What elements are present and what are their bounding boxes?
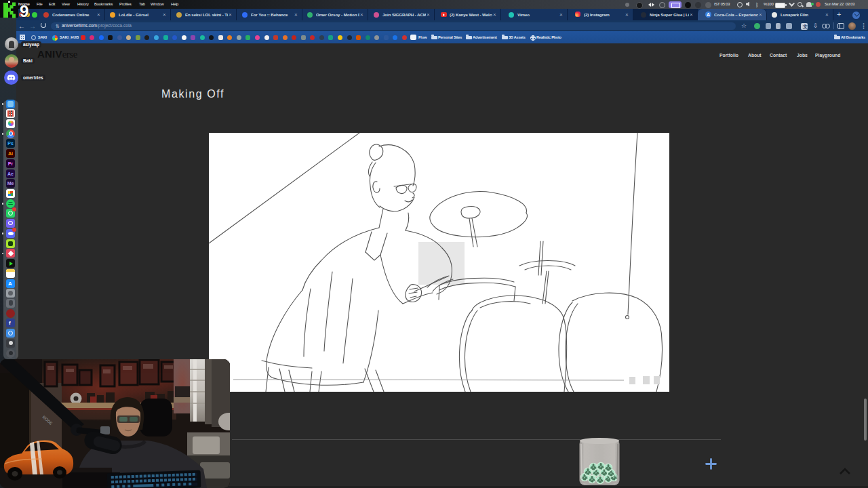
svg-text:9: 9 — [20, 2, 28, 20]
